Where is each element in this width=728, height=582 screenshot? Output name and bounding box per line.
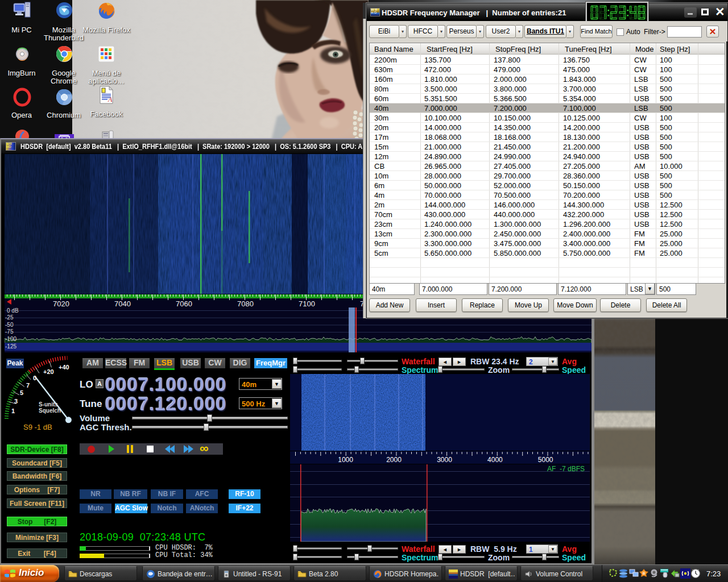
svg-text:+40: +40	[59, 364, 69, 371]
svg-text:+20: +20	[43, 368, 54, 375]
svg-text:A: A	[107, 95, 113, 103]
svg-text:1000: 1000	[338, 456, 353, 464]
svg-text:3: 3	[14, 398, 18, 405]
svg-text:1: 1	[11, 408, 15, 414]
svg-text:3000: 3000	[437, 456, 452, 464]
svg-text:AF -7 dBFS: AF -7 dBFS	[547, 465, 585, 473]
svg-text:S-units: S-units	[39, 401, 58, 408]
svg-text:0: 0	[33, 375, 36, 381]
svg-text:2000: 2000	[386, 456, 402, 464]
svg-text:5: 5	[20, 389, 23, 396]
svg-text:4000: 4000	[487, 456, 503, 464]
svg-text:7: 7	[26, 382, 30, 389]
svg-text:a: a	[643, 571, 645, 575]
svg-text:Squelch: Squelch	[39, 408, 61, 414]
svg-text:5000: 5000	[538, 456, 553, 464]
